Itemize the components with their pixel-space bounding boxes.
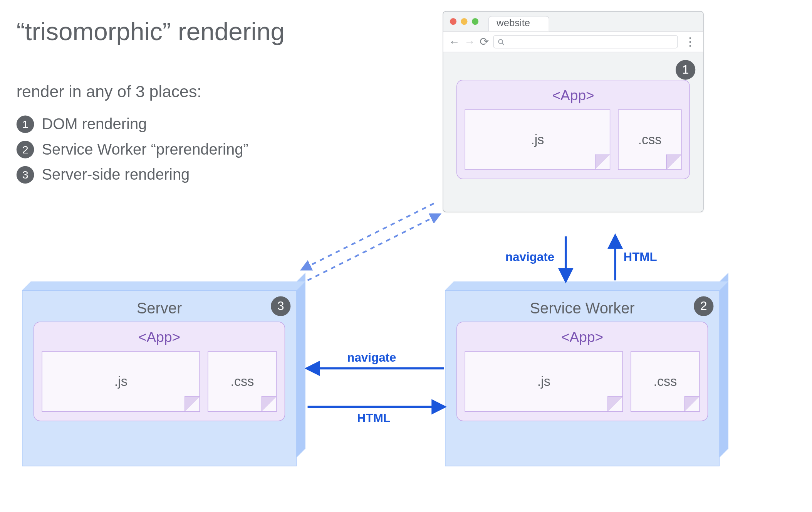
app-panel: <App> .js .css [456, 322, 708, 421]
badge-number: 3 [271, 296, 290, 316]
app-label: <App> [42, 329, 277, 346]
box-title: Server [34, 300, 285, 317]
css-file-icon: .css [618, 109, 681, 170]
badge-number: 2 [694, 296, 713, 316]
list-item: 1 DOM rendering [17, 115, 248, 133]
window-traffic-lights [450, 18, 478, 25]
arrow-dashed-up [308, 214, 440, 280]
page-subtitle: render in any of 3 places: [17, 83, 201, 101]
browser-viewport: 1 <App> .js .css [443, 52, 703, 212]
reload-icon: ⟳ [480, 36, 489, 47]
arrow-dashed-down [302, 204, 434, 269]
list-item: 3 Server-side rendering [17, 166, 248, 184]
places-list: 1 DOM rendering 2 Service Worker “preren… [17, 115, 248, 191]
bullet-number: 3 [17, 166, 34, 184]
browser-window: website ← → ⟳ ⚲ ⋮ 1 <App> .js .css [443, 11, 703, 212]
service-worker-box: 2 Service Worker <App> .js .css [445, 290, 720, 466]
browser-tabstrip: website [443, 12, 703, 31]
list-item-label: DOM rendering [42, 115, 147, 133]
arrow-label-navigate: navigate [347, 351, 396, 365]
js-file-icon: .js [42, 351, 200, 412]
js-file-icon: .js [465, 351, 623, 412]
css-file-icon: .css [631, 351, 700, 412]
close-icon [450, 18, 456, 25]
maximize-icon [472, 18, 478, 25]
menu-icon: ⋮ [682, 35, 698, 48]
box-title: Service Worker [456, 300, 708, 317]
arrow-label-html: HTML [357, 411, 391, 426]
browser-toolbar: ← → ⟳ ⚲ ⋮ [443, 31, 703, 52]
server-box: 3 Server <App> .js .css [22, 290, 297, 466]
url-bar: ⚲ [493, 35, 678, 48]
bullet-number: 1 [17, 115, 34, 133]
app-label: <App> [465, 329, 700, 346]
app-panel: <App> .js .css [456, 80, 690, 179]
search-icon: ⚲ [495, 36, 507, 48]
list-item-label: Service Worker “prerendering” [42, 141, 248, 158]
arrow-label-html: HTML [624, 250, 657, 264]
app-label: <App> [465, 87, 681, 104]
css-file-icon: .css [208, 351, 277, 412]
arrow-label-navigate: navigate [505, 250, 554, 264]
list-item-label: Server-side rendering [42, 166, 190, 184]
js-file-icon: .js [465, 109, 610, 170]
browser-tab: website [488, 16, 549, 31]
forward-icon: → [464, 36, 475, 47]
app-panel: <App> .js .css [34, 322, 285, 421]
minimize-icon [461, 18, 467, 25]
badge-number: 1 [676, 60, 695, 79]
back-icon: ← [449, 36, 460, 47]
page-title: “trisomorphic” rendering [17, 17, 285, 46]
list-item: 2 Service Worker “prerendering” [17, 141, 248, 158]
bullet-number: 2 [17, 141, 34, 158]
